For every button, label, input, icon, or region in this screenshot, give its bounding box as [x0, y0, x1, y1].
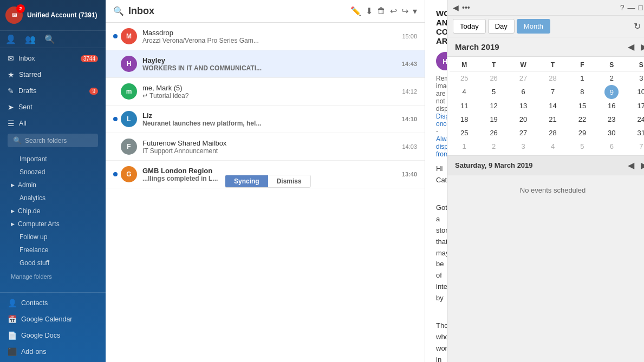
toolbar: ✏️ ⬇ 🗑 ↩ ↪ ▾	[350, 6, 417, 16]
calendar-day[interactable]: 22	[568, 113, 597, 126]
person-icon[interactable]: 👤	[5, 34, 16, 44]
calendar-day[interactable]: 2	[597, 71, 626, 85]
sidebar-item-starred[interactable]: ★ Starred	[0, 67, 106, 83]
syncing-button[interactable]: Syncing	[225, 175, 268, 187]
always-display-link[interactable]: Always display from	[436, 135, 447, 158]
folder-chip-de[interactable]: ▶ Chip.de	[0, 205, 106, 218]
month-button[interactable]: Month	[517, 19, 550, 34]
search-person-icon[interactable]: 🔍	[44, 34, 55, 44]
sidebar-item-inbox[interactable]: ✉ Inbox 3744	[0, 50, 106, 67]
calendar-day[interactable]: 7	[538, 85, 567, 99]
back-icon[interactable]: ◀	[453, 3, 459, 12]
next-month-button[interactable]: ▶	[638, 42, 644, 52]
person2-icon[interactable]: 👥	[25, 34, 36, 44]
calendar-day[interactable]: 6	[597, 140, 626, 153]
calendar-day[interactable]: 14	[538, 99, 567, 113]
folder-snoozed[interactable]: Snoozed	[0, 166, 106, 179]
calendar-day[interactable]: 4	[538, 140, 567, 153]
calendar-day[interactable]: 26	[479, 126, 508, 140]
bottom-item-google-calendar[interactable]: 📅 Google Calendar	[0, 311, 106, 327]
email-list-item[interactable]: m me, Mark (5) ↵ Tutorial idea? 14:12	[106, 78, 425, 106]
maximize-icon[interactable]: □	[639, 3, 643, 12]
calendar-day[interactable]: 6	[509, 85, 538, 99]
calendar-day[interactable]: 9	[604, 85, 619, 99]
calendar-day[interactable]: 3	[627, 71, 644, 85]
calendar-day[interactable]: 25	[450, 71, 479, 85]
calendar-day[interactable]: 27	[509, 71, 538, 85]
calendar-day[interactable]: 11	[450, 99, 479, 113]
search-icon[interactable]: 🔍	[113, 6, 124, 16]
folder-freelance[interactable]: Freelance	[0, 243, 106, 256]
calendar-day[interactable]: 26	[479, 71, 508, 85]
day-button[interactable]: Day	[488, 19, 515, 34]
manage-folders[interactable]: Manage folders	[0, 269, 106, 284]
search-folders[interactable]: 🔍 Search folders	[8, 134, 98, 147]
calendar-day[interactable]: 28	[538, 126, 567, 140]
today-button[interactable]: Today	[453, 19, 486, 34]
folder-label: Freelance	[19, 246, 48, 254]
reply-icon[interactable]: ↩	[390, 6, 397, 16]
more-icon[interactable]: •••	[462, 3, 470, 12]
calendar-day[interactable]: 15	[568, 99, 597, 113]
calendar-day[interactable]: 5	[568, 140, 597, 153]
folder-follow-up[interactable]: Follow up	[0, 231, 106, 243]
calendar-day[interactable]: 17	[627, 99, 644, 113]
folder-analytics[interactable]: Analytics	[0, 192, 106, 205]
calendar-day[interactable]: 4	[450, 85, 479, 99]
edit-icon[interactable]: ✏️	[350, 6, 361, 16]
prev-date-icon[interactable]: ◀	[625, 160, 638, 170]
reading-pane: WORKERS IN IT AND COMMUNICATIONS ARE SOM…	[425, 0, 447, 362]
calendar-day[interactable]: 16	[597, 99, 626, 113]
calendar-day[interactable]: 27	[509, 126, 538, 140]
calendar-day[interactable]: 7	[627, 140, 644, 153]
email-list-item[interactable]: M Massdrop Arozzi Verona/Verona Pro Seri…	[106, 23, 425, 50]
folder-admin[interactable]: ▶ Admin	[0, 179, 106, 192]
calendar-day[interactable]: 10	[627, 85, 644, 99]
calendar-day[interactable]: 5	[479, 85, 508, 99]
calendar-day[interactable]: 30	[597, 126, 626, 140]
folder-good-stuff[interactable]: Good stuff	[0, 256, 106, 269]
more-icon[interactable]: ▾	[413, 6, 417, 16]
calendar-day[interactable]: 25	[450, 126, 479, 140]
dismiss-button[interactable]: Dismiss	[268, 175, 310, 187]
help-icon[interactable]: ?	[620, 3, 625, 12]
bottom-item-add-ons[interactable]: ⬛ Add-ons	[0, 344, 106, 360]
bottom-item-contacts[interactable]: 👤 Contacts	[0, 295, 106, 311]
calendar-day[interactable]: 8	[568, 85, 597, 99]
calendar-day[interactable]: 24	[627, 113, 644, 126]
calendar-day[interactable]: 3	[509, 140, 538, 153]
forward-icon[interactable]: ↪	[401, 6, 408, 16]
calendar-day[interactable]: 29	[568, 126, 597, 140]
calendar-day[interactable]: 1	[450, 140, 479, 153]
download-icon[interactable]: ⬇	[366, 6, 373, 16]
calendar-day[interactable]: 20	[509, 113, 538, 126]
email-list-item[interactable]: L Liz Neuranet launches new platform, he…	[106, 106, 425, 133]
calendar-day[interactable]: 1	[568, 71, 597, 85]
sidebar-item-sent[interactable]: ➤ Sent	[0, 99, 106, 115]
calendar-day[interactable]: 12	[479, 99, 508, 113]
email-list-item[interactable]: H Hayley WORKERS IN IT AND COMMUNICATI..…	[106, 50, 425, 78]
folder-label: Follow up	[19, 233, 47, 241]
delete-icon[interactable]: 🗑	[377, 6, 386, 16]
calendar-day[interactable]: 18	[450, 113, 479, 126]
calendar-day[interactable]: 23	[597, 113, 626, 126]
minimize-icon[interactable]: —	[628, 3, 635, 12]
display-once-link[interactable]: Display once	[436, 113, 447, 128]
email-list-item[interactable]: G GMB London Region ...llings completed …	[106, 161, 425, 188]
next-date-icon[interactable]: ▶	[638, 160, 644, 170]
calendar-grid: MTWTFSS 25262728123456789101112131415161…	[447, 57, 644, 155]
prev-month-button[interactable]: ◀	[625, 42, 638, 52]
calendar-day[interactable]: 31	[627, 126, 644, 140]
folder-computer-arts[interactable]: ▶ Computer Arts	[0, 218, 106, 231]
calendar-day[interactable]: 13	[509, 99, 538, 113]
calendar-day[interactable]: 28	[538, 71, 567, 85]
refresh-icon[interactable]: ↻	[634, 21, 641, 31]
calendar-day[interactable]: 2	[479, 140, 508, 153]
calendar-day[interactable]: 21	[538, 113, 567, 126]
email-list-item[interactable]: F Futurenow Shared Mailbox IT Support An…	[106, 133, 425, 161]
calendar-day[interactable]: 19	[479, 113, 508, 126]
sidebar-item-all[interactable]: ☰ All	[0, 115, 106, 131]
sidebar-item-drafts[interactable]: ✎ Drafts 9	[0, 83, 106, 99]
bottom-item-google-docs[interactable]: 📄 Google Docs	[0, 327, 106, 344]
folder-important[interactable]: Important	[0, 153, 106, 166]
